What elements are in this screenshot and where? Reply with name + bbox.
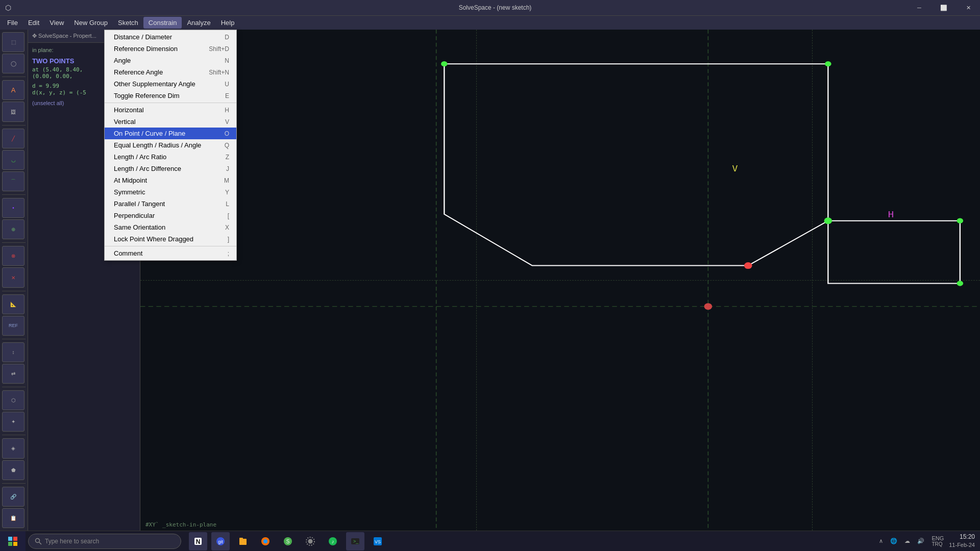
menu-separator-2 (105, 246, 236, 246)
constrain-dropdown-menu: Distance / Diameter D Reference Dimensio… (104, 30, 237, 261)
menu-distance-diameter[interactable]: Distance / Diameter D (105, 31, 236, 43)
taskbar-search[interactable]: Type here to search (28, 534, 181, 549)
titlebar: ⬡ SolveSpace - (new sketch) ─ ⬜ ✕ (0, 0, 980, 15)
tray-network[interactable]: 🌐 (888, 537, 899, 545)
tool-extrude[interactable]: ⬡ (2, 390, 24, 410)
menu-symmetric[interactable]: Symmetric Y (105, 186, 236, 198)
menu-item-shortcut: Shift+D (209, 45, 229, 53)
taskbar-notion[interactable]: N (189, 532, 207, 550)
tool-step[interactable]: ✦ (2, 412, 24, 432)
svg-text:H: H (888, 210, 894, 219)
tool-image[interactable]: 🖼 (2, 102, 24, 121)
menu-item-label: Distance / Diameter (114, 33, 172, 41)
menu-item-label: Parallel / Tangent (114, 200, 165, 208)
menu-vertical[interactable]: Vertical V (105, 116, 236, 128)
tool-delete[interactable]: ✕ (2, 267, 24, 287)
taskbar-spotify[interactable]: ♪ (324, 532, 342, 550)
tool-zoom-fit[interactable]: ◯ (2, 54, 24, 73)
menu-comment[interactable]: Comment ; (105, 247, 236, 259)
taskbar-git[interactable]: git (211, 532, 230, 550)
tool-angle[interactable]: 📐 (2, 294, 24, 314)
menu-lock-point[interactable]: Lock Point Where Dragged ] (105, 233, 236, 245)
menu-item-label: Symmetric (114, 188, 145, 196)
menu-item-shortcut: N (225, 57, 229, 64)
taskbar-settings[interactable] (301, 532, 320, 550)
tool-clipboard[interactable]: 📋 (2, 508, 24, 528)
menu-item-label: Angle (114, 57, 131, 64)
menu-equal-length[interactable]: Equal Length / Radius / Angle Q (105, 139, 236, 151)
start-button[interactable] (0, 531, 26, 552)
svg-text:V: V (732, 164, 738, 173)
svg-text:♪: ♪ (332, 539, 334, 544)
tool-shell[interactable]: ⬟ (2, 460, 24, 480)
tray-chevron[interactable]: ∧ (877, 537, 885, 545)
menu-perpendicular[interactable]: Perpendicular [ (105, 210, 236, 221)
tool-select[interactable]: ⬚ (2, 32, 24, 52)
svg-point-9 (957, 281, 964, 286)
tray-eng[interactable]: ENG TRQ (929, 534, 946, 548)
menu-item-shortcut: M (224, 177, 229, 184)
menu-toggle-reference[interactable]: Toggle Reference Dim E (105, 90, 236, 102)
menu-analyze[interactable]: Analyze (182, 17, 215, 29)
toolbar-separator-6 (2, 339, 26, 339)
menu-item-label: Comment (114, 249, 142, 257)
menu-item-shortcut: Z (226, 154, 229, 161)
taskbar-vscode[interactable]: VS (369, 532, 387, 550)
menu-same-orientation[interactable]: Same Orientation X (105, 221, 236, 233)
menu-constrain[interactable]: Constrain (143, 17, 182, 29)
canvas[interactable]: H V #XY` _sketch-in-plane (140, 30, 980, 531)
tool-line[interactable]: ╱ (2, 129, 24, 148)
tool-circle[interactable]: ⌒ (2, 171, 24, 191)
menu-angle[interactable]: Angle N (105, 55, 236, 66)
taskbar-firefox[interactable] (256, 532, 275, 550)
menu-length-arc-difference[interactable]: Length / Arc Difference J (105, 163, 236, 174)
menu-item-shortcut: H (225, 107, 229, 114)
taskbar-files[interactable] (234, 532, 252, 550)
tool-rotate[interactable]: ⇄ (2, 364, 24, 384)
tool-construction[interactable]: ⊕ (2, 219, 24, 239)
menu-reference-dimension[interactable]: Reference Dimension Shift+D (105, 43, 236, 55)
menu-horizontal[interactable]: Horizontal H (105, 104, 236, 116)
tool-mirror[interactable]: ↕ (2, 342, 24, 362)
search-placeholder: Type here to search (45, 538, 99, 545)
tool-boolean[interactable]: ◈ (2, 438, 24, 458)
menu-edit[interactable]: Edit (23, 17, 44, 29)
menu-at-midpoint[interactable]: At Midpoint M (105, 174, 236, 186)
svg-rect-19 (13, 537, 17, 541)
tool-text[interactable]: A (2, 80, 24, 100)
taskbar-terminal[interactable]: >_ (346, 532, 364, 550)
tool-point[interactable]: • (2, 198, 24, 218)
menu-sketch[interactable]: Sketch (113, 17, 143, 29)
menu-parallel-tangent[interactable]: Parallel / Tangent L (105, 198, 236, 210)
svg-text:git: git (218, 539, 223, 544)
tray-cloud[interactable]: ☁ (902, 537, 912, 545)
menu-on-point-curve-plane[interactable]: On Point / Curve / Plane O (105, 128, 236, 139)
menu-newgroup[interactable]: New Group (69, 17, 113, 29)
menu-item-shortcut: Shift+N (209, 69, 229, 76)
taskbar-app5[interactable]: S (279, 532, 297, 550)
tool-dimension[interactable]: ⊗ (2, 246, 24, 266)
tray-date-value: 11-Feb-24 (949, 541, 975, 549)
window-controls: ─ ⬜ ✕ (908, 0, 980, 15)
menu-view[interactable]: View (44, 17, 69, 29)
menu-help[interactable]: Help (216, 17, 240, 29)
menu-length-arc-ratio[interactable]: Length / Arc Ratio Z (105, 151, 236, 163)
tray-datetime[interactable]: 15:20 11-Feb-24 (949, 533, 975, 549)
tool-link[interactable]: 🔗 (2, 487, 24, 507)
toolbar-separator-5 (2, 291, 26, 291)
menu-file[interactable]: File (2, 17, 23, 29)
minimize-button[interactable]: ─ (908, 0, 931, 15)
menu-item-shortcut: ] (228, 236, 229, 243)
close-button[interactable]: ✕ (957, 0, 980, 15)
menu-other-supplementary[interactable]: Other Supplementary Angle U (105, 78, 236, 90)
taskbar: Type here to search N git S ♪ >_ VS (0, 531, 980, 551)
tray-volume[interactable]: 🔊 (915, 537, 926, 545)
menu-reference-angle[interactable]: Reference Angle Shift+N (105, 66, 236, 78)
menu-item-label: Reference Dimension (114, 45, 178, 53)
maximize-button[interactable]: ⬜ (932, 0, 955, 15)
tool-ref[interactable]: REF (2, 316, 24, 336)
menu-separator-1 (105, 103, 236, 103)
tool-arc[interactable]: ◡ (2, 150, 24, 170)
menu-item-label: Toggle Reference Dim (114, 92, 180, 99)
toolbar-separator-8 (2, 435, 26, 435)
